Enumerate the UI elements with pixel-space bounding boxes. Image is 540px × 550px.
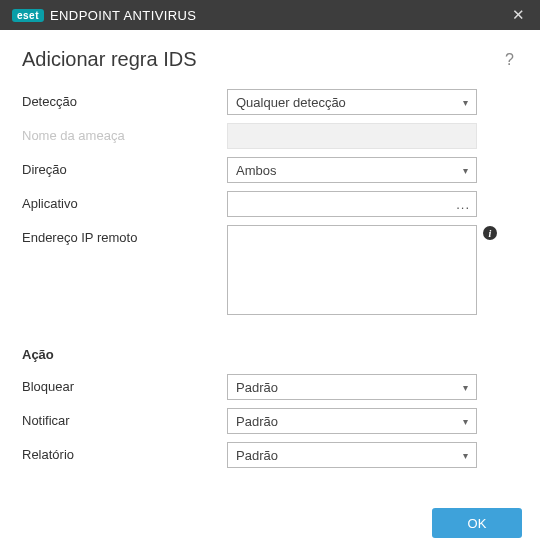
select-deteccao[interactable]: Qualquer detecção ▾ [227, 89, 477, 115]
chevron-down-icon: ▾ [463, 382, 468, 393]
chevron-down-icon: ▾ [463, 450, 468, 461]
row-notificar: Notificar Padrão ▾ [22, 408, 518, 438]
row-direcao: Direção Ambos ▾ [22, 157, 518, 187]
info-icon[interactable]: i [483, 226, 497, 240]
label-relatorio: Relatório [22, 442, 227, 462]
select-bloquear-value: Padrão [236, 380, 278, 395]
chevron-down-icon: ▾ [463, 97, 468, 108]
titlebar: eset ENDPOINT ANTIVIRUS ✕ [0, 0, 540, 30]
label-notificar: Notificar [22, 408, 227, 428]
select-relatorio[interactable]: Padrão ▾ [227, 442, 477, 468]
row-nome-ameaca: Nome da ameaça [22, 123, 518, 153]
label-deteccao: Detecção [22, 89, 227, 109]
chevron-down-icon: ▾ [463, 416, 468, 427]
select-bloquear[interactable]: Padrão ▾ [227, 374, 477, 400]
row-aplicativo: Aplicativo ... [22, 191, 518, 221]
brand-badge: eset [12, 9, 44, 22]
label-nome-ameaca: Nome da ameaça [22, 123, 227, 143]
select-direcao[interactable]: Ambos ▾ [227, 157, 477, 183]
page-header: Adicionar regra IDS ? [22, 48, 518, 71]
row-endereco-ip: Endereço IP remoto i [22, 225, 518, 315]
dialog-content: Adicionar regra IDS ? Detecção Qualquer … [0, 30, 540, 472]
textarea-endereco-ip[interactable] [227, 225, 477, 315]
label-bloquear: Bloquear [22, 374, 227, 394]
dialog-footer: OK [0, 496, 540, 550]
help-icon[interactable]: ? [501, 49, 518, 71]
close-icon[interactable]: ✕ [506, 6, 530, 24]
section-heading-acao: Ação [22, 347, 518, 362]
select-notificar-value: Padrão [236, 414, 278, 429]
row-bloquear: Bloquear Padrão ▾ [22, 374, 518, 404]
browse-button[interactable]: ... [456, 197, 470, 212]
select-notificar[interactable]: Padrão ▾ [227, 408, 477, 434]
select-relatorio-value: Padrão [236, 448, 278, 463]
label-aplicativo: Aplicativo [22, 191, 227, 211]
row-relatorio: Relatório Padrão ▾ [22, 442, 518, 472]
input-aplicativo[interactable]: ... [227, 191, 477, 217]
chevron-down-icon: ▾ [463, 165, 468, 176]
app-name: ENDPOINT ANTIVIRUS [50, 8, 196, 23]
page-title: Adicionar regra IDS [22, 48, 501, 71]
ok-button[interactable]: OK [432, 508, 522, 538]
select-direcao-value: Ambos [236, 163, 276, 178]
select-deteccao-value: Qualquer detecção [236, 95, 346, 110]
label-endereco-ip: Endereço IP remoto [22, 225, 227, 245]
row-deteccao: Detecção Qualquer detecção ▾ [22, 89, 518, 119]
label-direcao: Direção [22, 157, 227, 177]
input-nome-ameaca [227, 123, 477, 149]
